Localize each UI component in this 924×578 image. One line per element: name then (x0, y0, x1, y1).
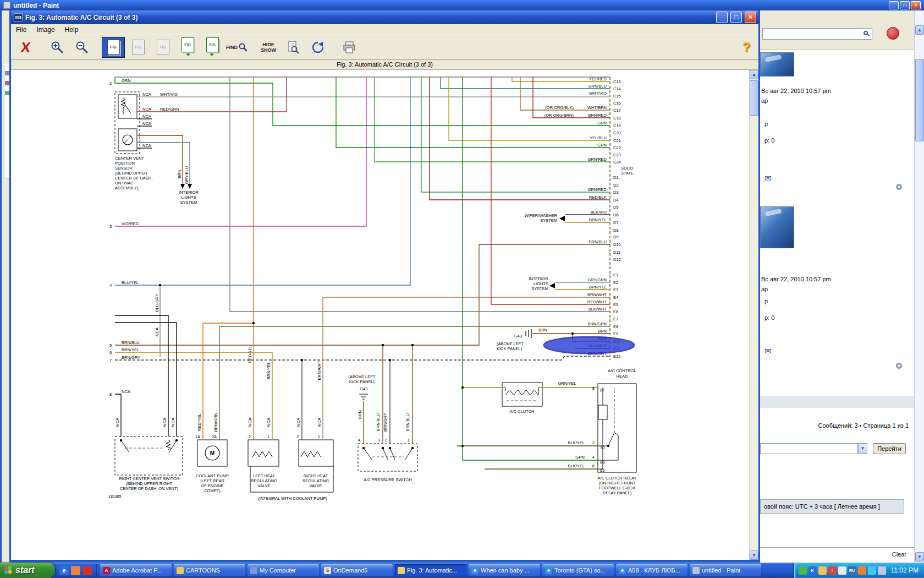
private-message-icon[interactable]: ✉ (765, 173, 772, 183)
paint-window-titlebar[interactable]: untitled - Paint (0, 0, 760, 10)
adblock-icon[interactable] (887, 27, 899, 40)
diagram-label: NCA (142, 92, 151, 97)
diagram-label: E3 (613, 287, 618, 292)
menu-help[interactable]: Help (60, 25, 84, 34)
diagram-label: 6 (592, 464, 595, 468)
app-titlebar[interactable]: 008 Fig. 3: Automatic A/C Circuit (3 of … (11, 10, 758, 24)
scrollbar-thumb[interactable] (750, 80, 758, 116)
diagram-label: D7 (613, 220, 619, 225)
tray-icon[interactable]: K (809, 566, 817, 575)
zoom-in-button[interactable] (46, 37, 69, 58)
minimize-button[interactable]: _ (716, 12, 728, 23)
diagram-label: RIGHT CENTER VENT SWITCH (119, 476, 179, 481)
diagram-label: 7 (109, 358, 112, 363)
private-message-icon[interactable]: ✉ (765, 346, 772, 356)
taskbar-item[interactable]: My Computer (248, 564, 319, 576)
browser-close-button[interactable]: × (911, 1, 921, 9)
browser-maximize-button[interactable]: □ (900, 1, 910, 9)
taskbar-item[interactable]: CARTOONS (174, 564, 245, 576)
quick-launch-icon[interactable] (82, 566, 92, 575)
diagram-canvas[interactable]: M2GRN3VIO/RED4BLU/YEL5BRN/BLU6BRN/YEL7BR… (11, 70, 758, 560)
browser-window-titlebar[interactable]: _ □ × (760, 0, 924, 10)
app-scrollbar[interactable]: ▲ ▼ (749, 70, 758, 560)
paint-tool-icon[interactable] (5, 91, 9, 95)
hide-show-button[interactable]: HIDE SHOW (257, 37, 280, 58)
post-date: Вс авг 22, 2010 10:57 pm (761, 88, 831, 94)
tray-icon[interactable] (868, 566, 876, 575)
diagram-label: BLK/VIO (591, 210, 607, 215)
post-image-thumbnail[interactable] (760, 206, 794, 248)
taskbar-item-icon: e (545, 567, 552, 574)
post-image-thumbnail[interactable] (760, 52, 794, 77)
scroll-down-icon[interactable]: ▼ (915, 552, 924, 561)
diagram-label: NCA (266, 418, 271, 427)
browser-toolbar (760, 10, 914, 50)
quick-launch-icon[interactable]: e (59, 566, 69, 575)
taskbar-item[interactable]: eА58 - КЛУБ ЛЮБ... (616, 564, 688, 576)
diagram-label: BRN/YEL (589, 217, 607, 222)
tray-icon[interactable]: RU (848, 566, 856, 575)
jump-to-select[interactable] (760, 443, 858, 454)
diagram-label: LIGHTS (534, 281, 548, 286)
taskbar-item[interactable]: AAdobe Acrobat P... (100, 564, 172, 576)
print-preview-button[interactable] (282, 37, 305, 58)
component-box (118, 95, 137, 118)
menu-file[interactable]: File (11, 25, 31, 34)
diagram-label: A/C CONTROL (608, 368, 636, 373)
quick-launch-icon[interactable] (71, 566, 80, 575)
scroll-up-icon[interactable]: ▲ (915, 25, 924, 35)
print-button[interactable] (338, 37, 361, 58)
select-dropdown-arrow-icon[interactable]: ▼ (858, 443, 867, 454)
taskbar-item[interactable]: 5OnDemand5 (321, 564, 393, 576)
diagram-label: BRN/BLU (588, 239, 607, 244)
tray-icon[interactable]: ! (828, 566, 837, 575)
scroll-down-icon[interactable]: ▼ (750, 550, 758, 560)
wire (526, 329, 531, 338)
diagram-label: COMPT) (204, 488, 221, 493)
tray-icon[interactable] (858, 566, 866, 575)
clear-link[interactable]: Clear (892, 551, 906, 558)
scrollbar-thumb[interactable] (915, 59, 924, 141)
help-icon[interactable]: ? (743, 40, 751, 55)
taskbar-item[interactable]: eToronto (GTA) so... (542, 564, 614, 576)
figure-list-button[interactable]: FIG (102, 37, 125, 58)
diagram-label: (ABOVE LEFT (349, 374, 376, 379)
go-button[interactable]: Перейти (873, 443, 906, 454)
close-figure-button[interactable]: X (14, 37, 37, 58)
tray-icon[interactable] (818, 566, 827, 575)
diagram-label: BLK/YEL (568, 464, 585, 468)
find-button[interactable]: FIND (226, 37, 249, 58)
browser-minimize-button[interactable]: _ (889, 1, 899, 9)
menu-bar: File Image Help (11, 24, 758, 35)
menu-image[interactable]: Image (31, 25, 59, 34)
browser-search-input[interactable] (762, 28, 872, 40)
tray-clock: 11:02 PM (891, 566, 919, 574)
left-arrow-icon: ◀ (186, 52, 189, 57)
browser-scrollbar[interactable]: ▲ ▼ (914, 10, 924, 563)
taskbar-item[interactable]: Fig. 3: Automatic... (395, 564, 466, 576)
wire (505, 388, 538, 395)
maximize-button[interactable]: □ (730, 12, 742, 23)
taskbar-item[interactable]: untitled - Paint (690, 564, 761, 576)
taskbar-item[interactable]: eWhen can baby ... (469, 564, 540, 576)
diagram-label: C22 (613, 145, 621, 150)
previous-figure-button[interactable]: FIG ◀ (176, 37, 199, 58)
next-figure-button[interactable]: FIG ▶ (201, 37, 224, 58)
zoom-out-button[interactable] (70, 37, 94, 58)
gear-icon[interactable] (896, 363, 902, 369)
direction-arrow-icon (559, 216, 565, 221)
tray-icon[interactable] (878, 566, 886, 575)
tray-icon[interactable] (799, 566, 807, 575)
diagram-label: 3 (378, 438, 380, 443)
diagram-label: 86 (600, 460, 604, 465)
diagram-label: E12 (613, 354, 620, 359)
start-button[interactable]: start (0, 563, 55, 578)
paint-tool-icon[interactable] (5, 81, 9, 85)
close-button[interactable]: × (745, 12, 756, 23)
gear-icon[interactable] (896, 184, 902, 190)
scroll-up-icon[interactable]: ▲ (750, 70, 758, 79)
paint-tool-icon[interactable] (5, 71, 9, 75)
tray-icon[interactable] (838, 566, 846, 575)
refresh-button[interactable] (306, 37, 329, 58)
diagram-label: E4 (613, 295, 618, 300)
